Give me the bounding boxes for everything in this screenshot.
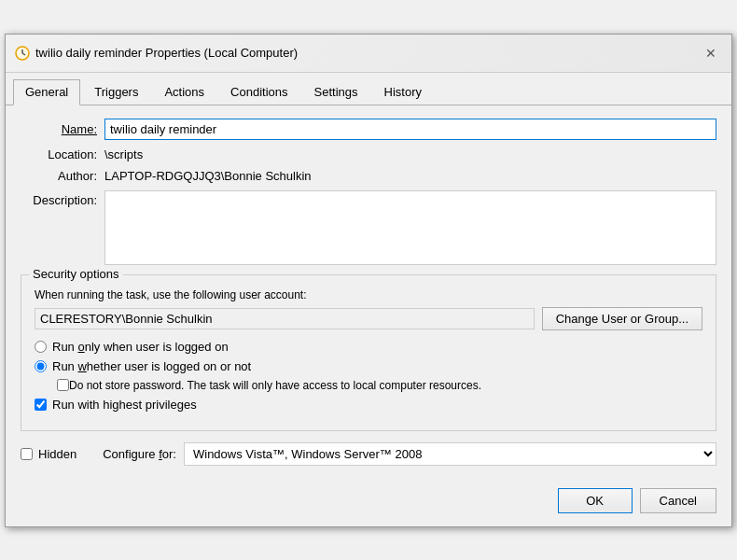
- configure-label: Configure for:: [103, 447, 176, 461]
- radio-whether-label[interactable]: Run whether user is logged on or not: [52, 359, 251, 373]
- user-account-input[interactable]: [35, 308, 535, 329]
- author-value: LAPTOP-RDGQJJQ3\Bonnie Schulkin: [104, 169, 312, 183]
- radio-logged-on-label[interactable]: Run only when user is logged on: [52, 340, 229, 354]
- hidden-label[interactable]: Hidden: [38, 447, 76, 461]
- title-bar: twilio daily reminder Properties (Local …: [6, 35, 731, 73]
- security-section: Security options When running the task, …: [21, 274, 716, 431]
- name-row: Name:: [21, 119, 716, 140]
- change-user-button[interactable]: Change User or Group...: [542, 307, 702, 330]
- name-input[interactable]: [104, 119, 716, 140]
- clock-icon: [15, 46, 30, 61]
- description-row: Description:: [21, 190, 716, 265]
- button-row: OK Cancel: [6, 479, 731, 526]
- tab-settings[interactable]: Settings: [302, 79, 370, 105]
- tab-content: Name: Location: \scripts Author: LAPTOP-…: [6, 105, 731, 479]
- dialog-window: twilio daily reminder Properties (Local …: [5, 34, 732, 527]
- no-store-password-checkbox[interactable]: [57, 379, 69, 391]
- tab-actions[interactable]: Actions: [152, 79, 216, 105]
- account-info: When running the task, use the following…: [35, 288, 702, 301]
- ok-button[interactable]: OK: [558, 488, 633, 513]
- cancel-button[interactable]: Cancel: [640, 488, 716, 513]
- description-label: Description:: [21, 190, 104, 207]
- tab-bar: General Triggers Actions Conditions Sett…: [6, 73, 731, 105]
- user-account-row: Change User or Group...: [35, 307, 702, 330]
- hidden-checkbox[interactable]: [21, 448, 33, 460]
- tab-history[interactable]: History: [372, 79, 434, 105]
- location-value: \scripts: [104, 147, 143, 161]
- name-label: Name:: [21, 122, 104, 136]
- radio-logged-on-row: Run only when user is logged on: [35, 340, 702, 354]
- bottom-row: Hidden Configure for: Windows Vista™, Wi…: [21, 442, 716, 466]
- no-store-password-row: Do not store password. The task will onl…: [57, 379, 702, 392]
- author-row: Author: LAPTOP-RDGQJJQ3\Bonnie Schulkin: [21, 169, 716, 183]
- highest-privileges-row: Run with highest privileges: [35, 398, 702, 412]
- tab-conditions[interactable]: Conditions: [218, 79, 299, 105]
- author-label: Author:: [21, 169, 104, 183]
- configure-select[interactable]: Windows Vista™, Windows Server™ 2008 Win…: [184, 442, 716, 466]
- location-row: Location: \scripts: [21, 147, 716, 161]
- tab-triggers[interactable]: Triggers: [82, 79, 150, 105]
- tab-general[interactable]: General: [13, 79, 80, 105]
- radio-whether[interactable]: [35, 360, 47, 372]
- title-bar-left: twilio daily reminder Properties (Local …: [15, 46, 298, 61]
- dialog-title: twilio daily reminder Properties (Local …: [35, 46, 298, 60]
- security-title: Security options: [29, 267, 123, 281]
- no-store-password-label[interactable]: Do not store password. The task will onl…: [69, 379, 481, 392]
- location-label: Location:: [21, 147, 104, 161]
- radio-whether-row: Run whether user is logged on or not: [35, 359, 702, 373]
- close-button[interactable]: ✕: [700, 42, 722, 64]
- highest-privileges-checkbox[interactable]: [35, 399, 47, 411]
- description-input[interactable]: [104, 190, 716, 265]
- highest-privileges-label[interactable]: Run with highest privileges: [52, 398, 197, 412]
- radio-logged-on[interactable]: [35, 341, 47, 353]
